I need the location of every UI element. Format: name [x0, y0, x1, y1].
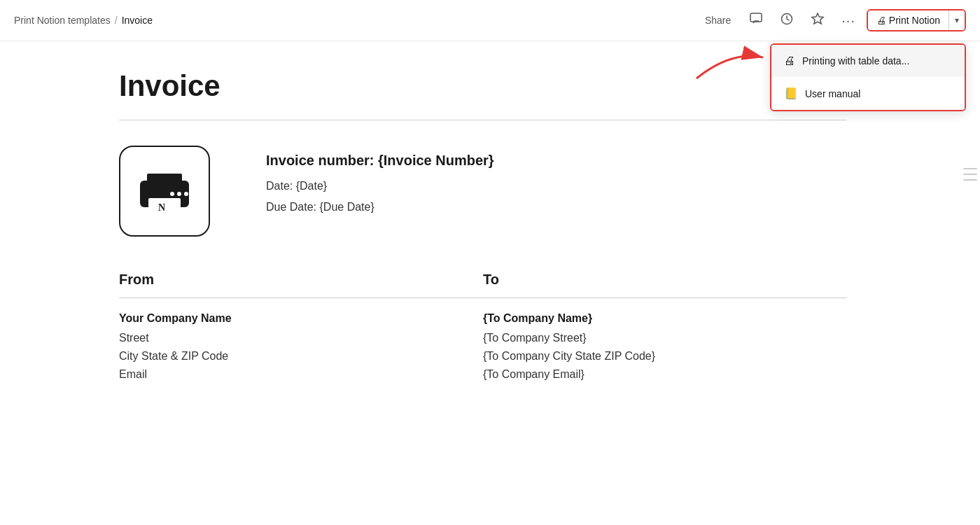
printer-icon: 🖨 [784, 55, 795, 67]
invoice-number: Invoice number: {Invoice Number} [266, 153, 847, 169]
breadcrumb: Print Notion templates / Invoice [14, 15, 153, 26]
printer-logo-svg: N [133, 160, 196, 223]
share-button[interactable]: Share [698, 10, 738, 30]
svg-rect-4 [147, 174, 182, 183]
from-company-name: Your Company Name [119, 312, 483, 325]
invoice-logo: N [119, 146, 210, 237]
breadcrumb-separator: / [115, 15, 118, 26]
from-heading: From [119, 272, 483, 288]
dropdown-item-printing[interactable]: 🖨 Printing with table data... [771, 45, 965, 77]
scroll-indicators [963, 168, 977, 181]
invoice-date: Date: {Date} [266, 180, 847, 192]
print-notion-dropdown-toggle[interactable]: ▾ [949, 10, 965, 30]
comment-icon [749, 12, 763, 26]
from-street: Street [119, 332, 483, 344]
svg-rect-0 [750, 13, 762, 22]
from-column: From Your Company Name Street City State… [119, 272, 483, 386]
svg-text:N: N [158, 202, 165, 213]
topbar: Print Notion templates / Invoice Share ·… [0, 0, 980, 41]
print-notion-dropdown-menu: 🖨 Printing with table data... 📒 User man… [770, 43, 966, 111]
breadcrumb-parent[interactable]: Print Notion templates [14, 15, 111, 26]
invoice-header: N Invoice number: {Invoice Number} Date:… [119, 146, 847, 237]
print-notion-button[interactable]: 🖨 Print Notion [868, 10, 949, 30]
from-city-state-zip: City State & ZIP Code [119, 350, 483, 363]
title-divider [119, 120, 847, 120]
book-icon: 📒 [784, 87, 798, 100]
to-company-email: {To Company Email} [483, 368, 847, 381]
star-button[interactable] [805, 8, 830, 34]
svg-point-8 [184, 192, 188, 196]
comment-button[interactable] [743, 8, 769, 34]
svg-point-6 [170, 192, 174, 196]
dropdown-item-manual-label: User manual [805, 88, 860, 99]
to-company-city: {To Company City State ZIP Code} [483, 350, 847, 363]
invoice-details: Invoice number: {Invoice Number} Date: {… [266, 146, 847, 222]
dropdown-item-manual[interactable]: 📒 User manual [771, 77, 965, 110]
invoice-due-date: Due Date: {Due Date} [266, 201, 847, 214]
scroll-line-1 [963, 168, 977, 169]
breadcrumb-current: Invoice [122, 15, 153, 26]
print-notion-group: 🖨 Print Notion ▾ [867, 9, 966, 31]
more-button[interactable]: ··· [836, 8, 861, 33]
history-button[interactable] [774, 8, 799, 34]
from-divider [119, 298, 483, 298]
topbar-actions: Share ··· 🖨 Print Notion ▾ [698, 8, 966, 34]
svg-point-7 [177, 192, 181, 196]
to-heading: To [483, 272, 847, 288]
to-divider [483, 298, 847, 298]
scroll-line-2 [963, 174, 977, 175]
to-column: To {To Company Name} {To Company Street}… [483, 272, 847, 386]
from-email: Email [119, 368, 483, 381]
history-icon [780, 12, 794, 26]
to-company-name: {To Company Name} [483, 312, 847, 325]
scroll-line-3 [963, 179, 977, 181]
star-icon [811, 12, 825, 26]
page-title: Invoice [119, 69, 847, 103]
dropdown-item-printing-label: Printing with table data... [802, 55, 909, 66]
from-to-section: From Your Company Name Street City State… [119, 272, 847, 386]
to-company-street: {To Company Street} [483, 332, 847, 344]
